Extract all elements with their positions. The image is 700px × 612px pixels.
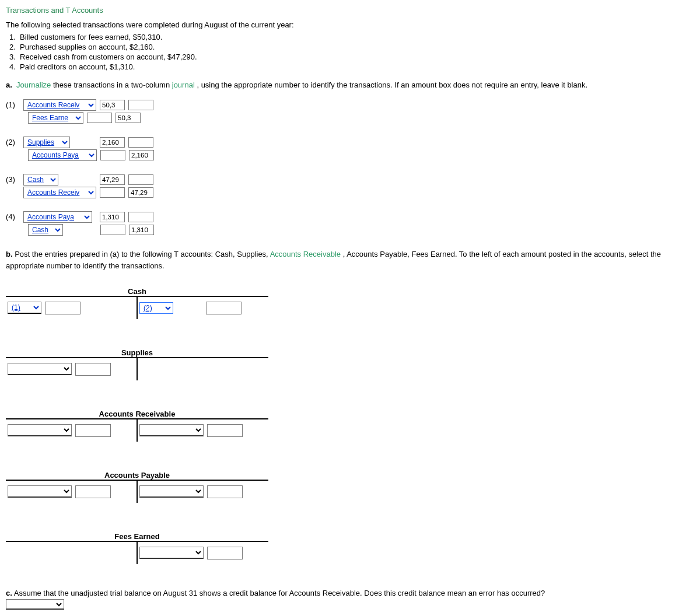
entry4-debit-account-select[interactable]: Accounts Paya [23, 211, 92, 223]
ap-right-amount[interactable] [207, 485, 243, 498]
entry1-debit-account-select[interactable]: Accounts Receiv [23, 99, 96, 111]
entry1-debit-amount[interactable] [100, 100, 125, 110]
entry4-credit-amount[interactable] [129, 225, 154, 235]
page-title: Transactions and T Accounts [6, 6, 694, 15]
entry4-debit-blank[interactable] [128, 212, 153, 222]
entry2-credit-blank[interactable] [100, 150, 125, 160]
entry2-credit-amount[interactable] [129, 150, 154, 160]
t-account-ar-title: Accounts Receivable [6, 410, 268, 418]
transaction-item-3: 3. Received cash from customers on accou… [9, 53, 694, 62]
entry4-credit-account-select[interactable]: Cash [28, 224, 63, 236]
entry1-debit-blank[interactable] [128, 100, 153, 110]
t-account-fees-earned: Fees Earned [6, 532, 694, 564]
t-account-fe-title: Fees Earned [6, 532, 268, 541]
ap-left-amount[interactable] [75, 485, 111, 498]
t-account-cash-title: Cash [6, 287, 268, 296]
transaction-item-1: 1. Billed customers for fees earned, $50… [9, 33, 694, 43]
keyword-accounts-receivable: Accounts Receivable [270, 250, 341, 258]
task-c-text: Assume that the unadjusted trial balance… [14, 589, 545, 597]
ar-right-amount[interactable] [207, 424, 243, 437]
cash-left-select[interactable]: (1) [8, 302, 41, 314]
cash-right-amount[interactable] [206, 302, 242, 314]
task-c-answer-select[interactable] [6, 599, 64, 610]
cash-left-amount[interactable] [45, 302, 80, 314]
task-c-label: c. [6, 589, 12, 597]
entry2-debit-account-select[interactable]: Supplies [23, 137, 70, 148]
supplies-left-select[interactable] [8, 363, 72, 375]
journal-entry-2: (2) Supplies Accounts Paya [6, 137, 694, 161]
task-a-text-1: these transactions in a two-column [53, 81, 172, 89]
ap-left-select[interactable] [8, 485, 72, 498]
task-a-label: a. [6, 81, 12, 89]
entry3-debit-blank[interactable] [128, 174, 153, 185]
cash-right-select[interactable]: (2) [139, 302, 173, 314]
entry1-credit-blank[interactable] [87, 113, 112, 123]
journal-entry-3: (3) Cash Accounts Receiv [6, 174, 694, 198]
entry2-credit-account-select[interactable]: Accounts Paya [28, 149, 97, 161]
entry3-credit-blank[interactable] [100, 187, 125, 198]
entry-number-3: (3) [6, 175, 20, 184]
entry-number-2: (2) [6, 138, 20, 146]
keyword-journal: journal [172, 81, 195, 89]
task-a-text-2: , using the appropriate number to identi… [197, 81, 587, 89]
task-b-text-1: Post the entries prepared in (a) to the … [15, 250, 270, 258]
t-account-accounts-payable: Accounts Payable [6, 471, 694, 503]
task-b: b. Post the entries prepared in (a) to t… [6, 249, 694, 272]
ar-left-amount[interactable] [75, 424, 111, 437]
keyword-journalize: Journalize [16, 81, 51, 89]
ap-right-select[interactable] [139, 485, 204, 498]
entry-number-4: (4) [6, 212, 20, 221]
ar-right-select[interactable] [139, 424, 204, 436]
entry3-credit-amount[interactable] [128, 187, 153, 198]
fe-right-amount[interactable] [207, 547, 243, 559]
supplies-left-amount[interactable] [75, 363, 111, 376]
t-account-supplies-title: Supplies [6, 348, 268, 357]
fe-right-select[interactable] [139, 547, 204, 559]
task-a: a. Journalize these transactions in a tw… [6, 79, 694, 91]
entry-number-1: (1) [6, 100, 20, 109]
task-c: c. Assume that the unadjusted trial bala… [6, 587, 694, 611]
entry2-debit-amount[interactable] [100, 137, 125, 148]
entry4-debit-amount[interactable] [100, 212, 125, 222]
journal-entry-1: (1) Accounts Receiv Fees Earne [6, 99, 694, 124]
entry1-credit-amount[interactable] [116, 113, 141, 123]
journal-entry-4: (4) Accounts Paya Cash [6, 211, 694, 236]
t-account-accounts-receivable: Accounts Receivable [6, 410, 694, 442]
entry1-credit-account-select[interactable]: Fees Earne [28, 112, 83, 124]
transaction-item-4: 4. Paid creditors on account, $1,310. [9, 62, 694, 72]
task-b-label: b. [6, 250, 13, 258]
entry3-credit-account-select[interactable]: Accounts Receiv [23, 187, 96, 198]
entry3-debit-amount[interactable] [100, 174, 125, 185]
entry4-credit-blank[interactable] [100, 225, 125, 235]
entry3-debit-account-select[interactable]: Cash [23, 174, 58, 186]
transaction-item-2: 2. Purchased supplies on account, $2,160… [9, 43, 694, 53]
transaction-list: 1. Billed customers for fees earned, $50… [9, 33, 694, 72]
t-account-cash: Cash (1) (2) [6, 287, 694, 319]
t-account-supplies: Supplies [6, 348, 694, 380]
ar-left-select[interactable] [8, 424, 72, 436]
intro-paragraph: The following selected transactions were… [6, 20, 694, 29]
entry2-debit-blank[interactable] [128, 137, 153, 148]
t-account-ap-title: Accounts Payable [6, 471, 268, 480]
